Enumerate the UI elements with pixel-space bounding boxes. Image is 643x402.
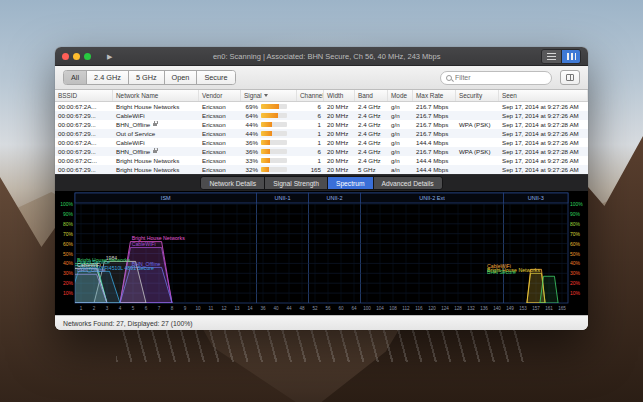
svg-text:149: 149	[506, 306, 514, 311]
column-header-network-name[interactable]: Network Name	[113, 90, 199, 101]
table-row[interactable]: 00:00:67:29...CableWiFiEricsson64%620 MH…	[55, 111, 588, 120]
app-window: ▶ en0: Scanning | Associated: BHN Secure…	[55, 47, 588, 330]
cell-vendor: Ericsson	[199, 121, 241, 128]
svg-text:UNII-3: UNII-3	[528, 195, 544, 201]
svg-text:64: 64	[351, 306, 357, 311]
cell-max-rate: 216.7 Mbps	[413, 121, 456, 128]
svg-text:90%: 90%	[63, 211, 74, 217]
filter-5-ghz[interactable]: 5 GHz	[129, 71, 165, 84]
cell-bssid: 00:00:67:29...	[55, 130, 113, 137]
list-view-button[interactable]	[542, 50, 561, 63]
svg-text:116: 116	[415, 306, 423, 311]
svg-text:8: 8	[171, 306, 174, 311]
close-window-button[interactable]	[62, 53, 69, 60]
tab-signal-strength[interactable]: Signal Strength	[265, 177, 328, 189]
cell-seen: Sep 17, 2014 at 9:27:28 AM	[499, 148, 588, 155]
column-header-bssid[interactable]: BSSID	[55, 90, 113, 101]
cell-vendor: Ericsson	[199, 112, 241, 119]
network-name: CableWiFi	[116, 112, 145, 119]
signal-bar	[261, 149, 287, 154]
cell-signal: 64%	[241, 112, 297, 119]
cell-network-name: BHN_Offline	[113, 148, 199, 155]
cell-channel: 1	[297, 139, 324, 146]
svg-text:14: 14	[247, 306, 253, 311]
svg-text:44: 44	[286, 306, 292, 311]
title-bar: ▶ en0: Scanning | Associated: BHN Secure…	[55, 47, 588, 66]
filter-toolbar: All2.4 GHz5 GHzOpenSecure	[55, 66, 588, 90]
cell-signal: 36%	[241, 139, 297, 146]
svg-text:11: 11	[209, 306, 214, 311]
cell-channel: 6	[297, 103, 324, 110]
panel-toggle-button[interactable]	[560, 70, 580, 85]
signal-percent: 44%	[244, 121, 258, 128]
column-header-signal[interactable]: Signal	[241, 90, 297, 101]
table-row[interactable]: 00:00:67:29...Bright House NetworksErics…	[55, 165, 588, 174]
tab-advanced-details[interactable]: Advanced Details	[374, 177, 442, 189]
scan-play-button[interactable]: ▶	[107, 53, 112, 60]
cell-max-rate: 144.4 Mbps	[413, 157, 456, 164]
svg-text:UNII-2 Ext: UNII-2 Ext	[419, 195, 445, 201]
filter-open[interactable]: Open	[165, 71, 198, 84]
column-header-width[interactable]: Width	[324, 90, 355, 101]
svg-text:4: 4	[119, 306, 122, 311]
sort-descending-icon	[264, 94, 268, 97]
cell-vendor: Ericsson	[199, 166, 241, 173]
signal-bar	[261, 104, 287, 109]
svg-text:70%: 70%	[63, 231, 74, 237]
column-label: Width	[327, 92, 343, 99]
table-row[interactable]: 00:00:67:2A...Bright House NetworksErics…	[55, 102, 588, 111]
svg-text:6: 6	[145, 306, 148, 311]
tab-spectrum[interactable]: Spectrum	[328, 177, 374, 189]
column-header-security[interactable]: Security	[456, 90, 499, 101]
column-header-channel[interactable]: Channel	[297, 90, 324, 101]
zoom-window-button[interactable]	[84, 53, 91, 60]
spectrum-panel: ISMUNII-1UNII-2UNII-2 ExtUNII-3100%100%9…	[55, 191, 588, 315]
table-row[interactable]: 00:00:67:29...BHN_OfflineEricsson36%620 …	[55, 147, 588, 156]
cell-network-name: CableWiFi	[113, 139, 199, 146]
filter-all[interactable]: All	[64, 71, 87, 84]
search-field[interactable]	[440, 71, 552, 85]
filter-secure[interactable]: Secure	[197, 71, 234, 84]
cell-max-rate: 144.4 Mbps	[413, 139, 456, 146]
tab-network-details[interactable]: Network Details	[201, 177, 265, 189]
cell-vendor: Ericsson	[199, 103, 241, 110]
table-row[interactable]: 00:00:67:2A...CableWiFiEricsson36%120 MH…	[55, 138, 588, 147]
svg-text:165: 165	[558, 306, 566, 311]
cell-band: 2.4 GHz	[355, 121, 388, 128]
cell-seen: Sep 17, 2014 at 9:27:28 AM	[499, 121, 588, 128]
cell-channel: 6	[297, 112, 324, 119]
svg-text:CableWiFi: CableWiFi	[132, 241, 156, 247]
filter-2-4-ghz[interactable]: 2.4 GHz	[87, 71, 129, 84]
minimize-window-button[interactable]	[73, 53, 80, 60]
network-name: Bright House Networks	[116, 166, 179, 173]
cell-width: 20 MHz	[324, 112, 355, 119]
column-label: Channel	[300, 92, 324, 99]
cell-max-rate: 216.7 Mbps	[413, 130, 456, 137]
table-row[interactable]: 00:00:67:2C...Bright House NetworksErics…	[55, 156, 588, 165]
svg-text:10%: 10%	[570, 290, 581, 296]
column-header-vendor[interactable]: Vendor	[199, 90, 241, 101]
column-header-seen[interactable]: Seen	[499, 90, 588, 101]
table-row[interactable]: 00:00:67:29...BHN_OfflineEricsson44%120 …	[55, 120, 588, 129]
cell-channel: 6	[297, 148, 324, 155]
column-header-band[interactable]: Band	[355, 90, 388, 101]
signal-percent: 69%	[244, 103, 258, 110]
cell-security: WPA (PSK)	[456, 121, 499, 128]
cell-band: 5 GHz	[355, 166, 388, 173]
chart-view-button[interactable]	[561, 50, 580, 63]
column-header-mode[interactable]: Mode	[388, 90, 413, 101]
cell-max-rate: 144.4 Mbps	[413, 166, 456, 173]
cell-mode: g/n	[388, 121, 413, 128]
search-input[interactable]	[455, 74, 546, 81]
column-header-max-rate[interactable]: Max Rate	[413, 90, 456, 101]
cell-network-name: Bright House Networks	[113, 157, 199, 164]
table-row[interactable]: 00:00:67:29...Out of ServiceEricsson44%1…	[55, 129, 588, 138]
sidebar-icon	[566, 74, 574, 81]
network-name: Bright House Networks	[116, 157, 179, 164]
svg-text:1: 1	[80, 306, 83, 311]
cell-bssid: 00:00:67:2C...	[55, 157, 113, 164]
cell-width: 20 MHz	[324, 130, 355, 137]
svg-text:50%: 50%	[570, 251, 581, 257]
signal-bar	[261, 122, 287, 127]
cell-channel: 1	[297, 130, 324, 137]
